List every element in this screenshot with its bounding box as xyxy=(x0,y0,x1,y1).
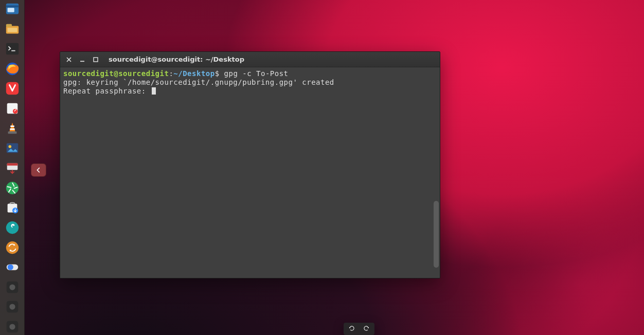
dock-item-notes[interactable] xyxy=(2,100,23,117)
reload-ccw-icon xyxy=(348,325,355,332)
svg-rect-7 xyxy=(11,50,15,51)
svg-point-25 xyxy=(7,265,13,270)
shutter-icon xyxy=(5,180,20,196)
terminal-icon xyxy=(5,41,20,57)
terminal-line-3: Repeat passphrase: xyxy=(63,87,437,96)
terminal-title: sourcedigit@sourcedigit: ~/Desktop xyxy=(109,55,244,63)
dock-item-software-updater[interactable] xyxy=(2,160,23,176)
software-install-icon xyxy=(5,200,20,215)
item-17-icon xyxy=(5,319,20,334)
dock-item-firefox[interactable] xyxy=(2,61,23,77)
svg-point-27 xyxy=(9,284,15,290)
svg-point-23 xyxy=(6,241,18,253)
window-close-button[interactable] xyxy=(65,56,73,63)
files-icon xyxy=(5,2,20,17)
terminal-scrollbar-thumb[interactable] xyxy=(434,201,439,268)
dock xyxy=(0,0,25,335)
window-minimize-button[interactable] xyxy=(79,56,86,63)
terminal-window[interactable]: sourcedigit@sourcedigit: ~/Desktop sourc… xyxy=(60,51,440,278)
svg-point-22 xyxy=(6,221,18,234)
terminal-body[interactable]: sourcedigit@sourcedigit:~/Desktop$ gpg -… xyxy=(60,67,440,278)
svg-rect-2 xyxy=(7,8,14,12)
item-15-icon xyxy=(5,280,20,295)
terminal-line-1: sourcedigit@sourcedigit:~/Desktop$ gpg -… xyxy=(63,69,437,78)
reload-cw-icon xyxy=(363,325,370,332)
svg-rect-13 xyxy=(10,128,14,130)
refresh-controls xyxy=(344,323,374,335)
dock-item-files-alt[interactable] xyxy=(2,21,23,38)
files-alt-icon xyxy=(5,21,20,36)
redo-button[interactable] xyxy=(363,324,370,334)
svg-rect-4 xyxy=(6,24,11,27)
minimize-icon xyxy=(79,57,85,63)
sync-icon xyxy=(5,240,20,255)
terminal-titlebar[interactable]: sourcedigit@sourcedigit: ~/Desktop xyxy=(60,52,440,67)
terminal-cursor xyxy=(152,87,156,95)
terminal-command: gpg -c To-Post xyxy=(220,69,289,78)
prompt-at: @ xyxy=(114,69,118,78)
svg-point-31 xyxy=(9,324,15,329)
prompt-cwd: ~/Desktop xyxy=(173,69,214,78)
window-maximize-button[interactable] xyxy=(92,56,99,63)
terminal-line-2: gpg: keyring `/home/sourcedigit/.gnupg/p… xyxy=(63,78,437,87)
dock-item-tweaks[interactable] xyxy=(2,259,23,275)
svg-rect-18 xyxy=(7,163,17,166)
prompt-user: sourcedigit xyxy=(63,69,114,78)
maximize-icon xyxy=(93,57,99,63)
dock-item-media[interactable] xyxy=(2,140,23,156)
close-icon xyxy=(66,57,72,63)
prompt-colon: : xyxy=(169,69,173,78)
notes-icon xyxy=(5,101,20,116)
svg-point-29 xyxy=(9,304,15,310)
dock-item-17[interactable] xyxy=(2,319,23,335)
arrow-left-icon xyxy=(34,166,43,174)
dock-item-vivaldi[interactable] xyxy=(2,81,23,97)
svg-rect-33 xyxy=(94,58,98,62)
svg-rect-1 xyxy=(6,5,18,7)
software-updater-icon xyxy=(5,160,20,176)
settings-icon xyxy=(5,220,20,235)
svg-rect-32 xyxy=(80,61,84,62)
prompt-host: sourcedigit xyxy=(118,69,169,78)
vivaldi-icon xyxy=(5,81,20,96)
repeat-passphrase-label: Repeat passphrase: xyxy=(63,87,151,95)
dock-item-15[interactable] xyxy=(2,279,23,295)
dock-item-sync[interactable] xyxy=(2,239,23,256)
svg-rect-12 xyxy=(10,125,14,127)
dock-item-terminal[interactable] xyxy=(2,41,23,57)
svg-rect-5 xyxy=(7,28,17,32)
item-16-icon xyxy=(5,299,20,314)
back-button[interactable] xyxy=(31,163,46,177)
svg-point-16 xyxy=(8,145,11,148)
window-controls xyxy=(65,56,99,63)
undo-button[interactable] xyxy=(348,324,355,334)
dock-item-settings[interactable] xyxy=(2,219,23,236)
prompt-dollar: $ xyxy=(215,69,220,78)
svg-rect-14 xyxy=(8,131,16,134)
dock-item-files[interactable] xyxy=(2,1,23,17)
dock-item-vlc[interactable] xyxy=(2,120,23,137)
svg-rect-6 xyxy=(6,43,18,55)
tweaks-icon xyxy=(5,259,20,275)
media-icon xyxy=(5,140,20,156)
svg-rect-9 xyxy=(6,82,18,95)
svg-point-11 xyxy=(12,109,17,114)
dock-item-software-install[interactable] xyxy=(2,199,23,216)
vlc-icon xyxy=(5,121,20,136)
dock-item-16[interactable] xyxy=(2,299,23,315)
dock-item-shutter[interactable] xyxy=(2,180,23,196)
firefox-icon xyxy=(5,61,20,77)
